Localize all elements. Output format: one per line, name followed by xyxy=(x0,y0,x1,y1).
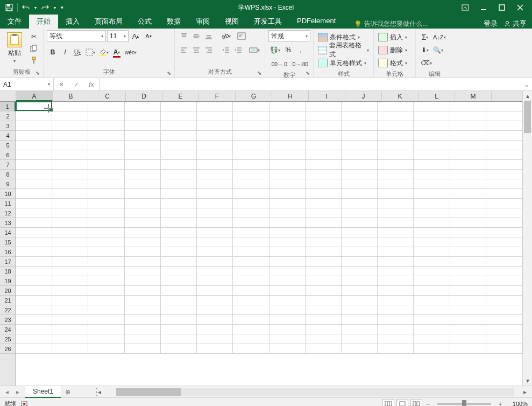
cell[interactable] xyxy=(88,131,124,141)
column-header[interactable]: G xyxy=(236,91,272,101)
cell[interactable] xyxy=(486,334,522,344)
delete-cells-button[interactable]: 删除▾ xyxy=(377,44,408,56)
cell[interactable] xyxy=(414,170,450,179)
cell[interactable] xyxy=(269,189,306,199)
cell[interactable] xyxy=(88,111,124,121)
row-header[interactable]: 3 xyxy=(0,121,16,131)
cell[interactable] xyxy=(269,199,306,208)
cell[interactable] xyxy=(52,305,88,315)
tell-me-search[interactable]: 💡 告诉我您想要做什么... xyxy=(354,19,428,29)
cell[interactable] xyxy=(378,296,414,305)
row-header[interactable]: 18 xyxy=(0,267,16,276)
cell[interactable] xyxy=(306,170,342,179)
cell[interactable] xyxy=(125,170,161,179)
cell[interactable] xyxy=(16,276,52,286)
cell[interactable] xyxy=(52,141,88,150)
zoom-out-button[interactable]: − xyxy=(424,401,432,407)
cell[interactable] xyxy=(414,237,450,247)
cell[interactable] xyxy=(342,315,378,325)
row-header[interactable]: 14 xyxy=(0,228,16,237)
cell[interactable] xyxy=(16,179,52,189)
cell[interactable] xyxy=(88,189,124,199)
font-name-combo[interactable]: 等线▾ xyxy=(47,30,106,42)
cell[interactable] xyxy=(161,218,197,228)
cell[interactable] xyxy=(125,315,161,325)
cell[interactable] xyxy=(269,141,306,150)
cell[interactable] xyxy=(233,150,269,160)
ribbon-tab[interactable]: 数据 xyxy=(159,15,188,29)
cell[interactable] xyxy=(197,325,233,334)
cell[interactable] xyxy=(342,170,378,179)
cell[interactable] xyxy=(16,325,52,334)
cell[interactable] xyxy=(269,170,306,179)
cell[interactable] xyxy=(52,296,88,305)
alignment-launcher[interactable]: ⬊ xyxy=(257,70,264,76)
cell[interactable] xyxy=(233,131,269,141)
cell[interactable] xyxy=(306,334,342,344)
cell[interactable] xyxy=(269,121,306,131)
cell[interactable] xyxy=(306,131,342,141)
cell[interactable] xyxy=(414,121,450,131)
cell[interactable] xyxy=(378,121,414,131)
cell[interactable] xyxy=(306,305,342,315)
comma-button[interactable]: , xyxy=(295,44,307,56)
row-header[interactable]: 16 xyxy=(0,247,16,257)
increase-font-button[interactable]: A▴ xyxy=(130,30,141,42)
undo-dropdown[interactable]: ▾ xyxy=(33,2,38,13)
cell[interactable] xyxy=(52,102,88,111)
cell[interactable] xyxy=(161,170,197,179)
cell[interactable] xyxy=(125,141,161,150)
cell[interactable] xyxy=(414,334,450,344)
cell[interactable] xyxy=(342,344,378,354)
cell[interactable] xyxy=(450,102,486,111)
cell[interactable] xyxy=(197,141,233,150)
fill-button[interactable]: ⬇▾ xyxy=(419,44,431,56)
cell[interactable] xyxy=(450,111,486,121)
cell[interactable] xyxy=(161,208,197,218)
cell[interactable] xyxy=(161,305,197,315)
row-header[interactable]: 6 xyxy=(0,150,16,160)
font-color-button[interactable]: A▾ xyxy=(111,46,123,58)
cell[interactable] xyxy=(197,199,233,208)
cut-button[interactable]: ✂ xyxy=(28,31,40,42)
clipboard-launcher[interactable]: ⬊ xyxy=(36,70,42,76)
cell[interactable] xyxy=(125,325,161,334)
cell[interactable] xyxy=(197,257,233,267)
cell[interactable] xyxy=(486,121,522,131)
cell[interactable] xyxy=(486,344,522,354)
scroll-right-button[interactable]: ▸ xyxy=(523,388,532,396)
cell[interactable] xyxy=(450,237,486,247)
row-header[interactable]: 24 xyxy=(0,325,16,334)
column-header[interactable]: D xyxy=(126,91,162,101)
cell[interactable] xyxy=(414,160,450,170)
cell[interactable] xyxy=(269,247,306,257)
cell[interactable] xyxy=(450,267,486,276)
cell[interactable] xyxy=(197,237,233,247)
column-header[interactable]: M xyxy=(455,91,492,101)
cell[interactable] xyxy=(125,276,161,286)
cell[interactable] xyxy=(52,228,88,237)
close-button[interactable] xyxy=(513,2,528,13)
increase-decimal-button[interactable]: .00→.0 xyxy=(268,58,289,70)
login-link[interactable]: 登录 xyxy=(484,19,498,29)
column-header[interactable]: L xyxy=(418,91,455,101)
cell[interactable] xyxy=(88,199,124,208)
cell[interactable] xyxy=(342,325,378,334)
cell[interactable] xyxy=(52,276,88,286)
cell[interactable] xyxy=(16,305,52,315)
column-headers[interactable]: ABCDEFGHIJKLM xyxy=(16,91,522,102)
cell[interactable] xyxy=(414,199,450,208)
cell[interactable] xyxy=(233,199,269,208)
cell[interactable] xyxy=(450,218,486,228)
align-center-button[interactable] xyxy=(190,44,202,56)
cell[interactable] xyxy=(125,257,161,267)
cell[interactable] xyxy=(450,296,486,305)
cell[interactable] xyxy=(125,218,161,228)
cell[interactable] xyxy=(233,141,269,150)
cell[interactable] xyxy=(125,305,161,315)
cell[interactable] xyxy=(197,344,233,354)
cell[interactable] xyxy=(16,286,52,296)
cell[interactable] xyxy=(342,305,378,315)
cell[interactable] xyxy=(306,257,342,267)
cell[interactable] xyxy=(269,296,306,305)
